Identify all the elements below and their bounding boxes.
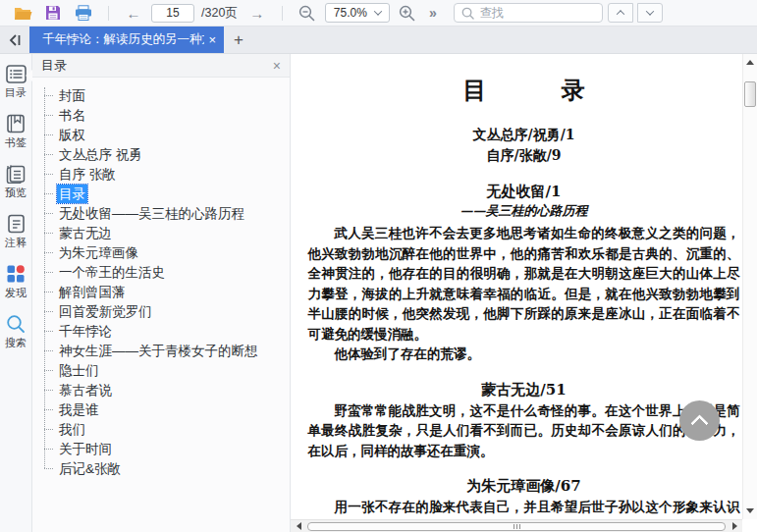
active-panel-notch xyxy=(26,70,32,81)
toc-item[interactable]: 我是谁 xyxy=(41,399,286,419)
toc-item[interactable]: 隐士们 xyxy=(41,360,286,380)
toc-item[interactable]: 为朱元璋画像 xyxy=(41,242,286,262)
thumbnails-icon xyxy=(5,164,27,184)
toc-item[interactable]: 版权 xyxy=(41,125,286,144)
search-box[interactable] xyxy=(454,3,603,23)
chevron-up-icon xyxy=(690,414,708,432)
toolbar-separator xyxy=(282,6,283,21)
toc-tree: 封面 书名 版权 文丛总序 祝勇 自序 张敞 目录 无处收留——吴三桂的心路历程… xyxy=(32,78,290,532)
toc-item[interactable]: 书名 xyxy=(41,105,286,125)
section-heading: 蒙古无边/51 xyxy=(308,381,740,399)
toc-item[interactable]: 回首爱新觉罗们 xyxy=(41,301,286,321)
search-panel-icon xyxy=(6,314,26,334)
previous-page-button[interactable]: ← xyxy=(121,2,146,24)
zoom-level-value: 75.0% xyxy=(334,6,367,20)
new-tab-button[interactable]: + xyxy=(224,27,253,53)
sidebar-item-thumbnails[interactable]: 预览 xyxy=(5,164,27,200)
print-button[interactable] xyxy=(71,2,96,24)
zoom-out-button[interactable] xyxy=(295,2,320,24)
scroll-left-button[interactable] xyxy=(294,522,303,530)
sidebar-item-contents[interactable]: 目录 xyxy=(5,65,27,100)
annotation-icon xyxy=(7,214,26,234)
document-tab[interactable]: 千年悖论：解读历史的另一种方 × xyxy=(29,27,224,53)
toc-item[interactable]: 蒙古无边 xyxy=(41,223,286,242)
section-heading: 为朱元璋画像/67 xyxy=(308,477,740,496)
sidebar-item-annotations[interactable]: 注释 xyxy=(5,214,27,250)
tab-title: 千年悖论：解读历史的另一种方 xyxy=(42,31,204,48)
section-heading: 无处收留/1 xyxy=(308,183,740,201)
thumb-grip xyxy=(514,524,514,529)
tab-close-icon[interactable]: × xyxy=(208,32,216,47)
discover-icon xyxy=(6,264,26,284)
toc-panel-title: 目录 xyxy=(41,57,67,75)
sidebar-item-label: 发现 xyxy=(5,286,27,300)
sidebar-item-search[interactable]: 搜索 xyxy=(5,314,27,350)
section-subtitle: ——吴三桂的心路历程 xyxy=(308,202,740,220)
tab-bar: 千年悖论：解读历史的另一种方 × + xyxy=(0,27,757,54)
scroll-right-button[interactable] xyxy=(730,522,739,530)
bookmark-icon xyxy=(6,114,26,133)
section-paragraph: 武人吴三桂也许不会去更多地思考诸如生命的终极意义之类的问题，他兴致勃勃地沉醉在他… xyxy=(308,223,740,344)
save-button[interactable] xyxy=(40,2,66,24)
close-icon[interactable]: × xyxy=(273,59,281,73)
search-input[interactable] xyxy=(480,6,588,20)
find-next-button[interactable] xyxy=(637,3,663,23)
scroll-down-button[interactable] xyxy=(743,505,757,517)
back-to-top-button[interactable] xyxy=(679,400,720,441)
document-viewer[interactable]: 目 录 文丛总序/祝勇/1 自序/张敞/9 无处收留/1 ——吴三桂的心路历程 … xyxy=(291,54,757,532)
page-number-input[interactable] xyxy=(151,4,194,23)
page-total-label: /320页 xyxy=(201,5,238,22)
toc-item[interactable]: 神女生涯——关于青楼女子的断想 xyxy=(41,341,286,360)
zoom-in-icon xyxy=(399,5,415,22)
section-paragraph: 野蛮常常能战胜文明，这不是什么奇怪的事。在这个世界上永远是简单最终战胜复杂，只是… xyxy=(308,400,740,461)
zoom-in-button[interactable] xyxy=(395,2,420,24)
toc-item[interactable]: 无处收留——吴三桂的心路历程 xyxy=(41,203,286,223)
vertical-scrollbar[interactable] xyxy=(742,54,757,519)
thumb-grip xyxy=(516,524,517,529)
collapse-sidebar-button[interactable] xyxy=(0,27,29,53)
sidebar-item-bookmarks[interactable]: 书签 xyxy=(5,114,27,150)
triangle-up-icon xyxy=(746,60,754,65)
sidebar-item-label: 书签 xyxy=(5,135,27,150)
toc-item[interactable]: 封面 xyxy=(41,85,286,105)
zoom-out-icon xyxy=(298,5,315,22)
sidebar-item-label: 预览 xyxy=(5,186,27,200)
next-page-button[interactable]: → xyxy=(244,2,270,24)
toc-item[interactable]: 文丛总序 祝勇 xyxy=(41,144,286,164)
find-previous-button[interactable] xyxy=(608,3,633,23)
toc-item-selected[interactable]: 目录 xyxy=(41,184,286,203)
chevron-down-icon xyxy=(374,7,382,15)
toc-item[interactable]: 解剖曾国藩 xyxy=(41,282,286,301)
open-file-button[interactable] xyxy=(10,2,35,24)
triangle-right-icon xyxy=(732,522,737,530)
document-title: 目 录 xyxy=(308,75,740,106)
arrow-right-icon: → xyxy=(249,6,264,21)
toc-panel: 目录 × 封面 书名 版权 文丛总序 祝勇 自序 张敞 目录 无处收留——吴三桂… xyxy=(32,54,291,532)
toc-item[interactable]: 千年悖论 xyxy=(41,321,286,341)
toc-item[interactable]: 慕古者说 xyxy=(41,380,286,399)
printer-icon xyxy=(75,5,92,21)
toc-section: 蒙古无边/51 野蛮常常能战胜文明，这不是什么奇怪的事。在这个世界上永远是简单最… xyxy=(308,381,740,461)
horizontal-scrollbar[interactable] xyxy=(291,519,742,532)
toc-item[interactable]: 我们 xyxy=(41,419,286,439)
scroll-up-button[interactable] xyxy=(743,56,757,69)
contents-icon xyxy=(6,65,27,83)
chevron-up-icon xyxy=(616,10,623,18)
pdf-reader-window: ← /320页 → 75.0% » xyxy=(0,0,757,532)
toc-item[interactable]: 关于时间 xyxy=(41,439,286,458)
more-tools-button[interactable]: » xyxy=(429,5,437,21)
zoom-level-select[interactable]: 75.0% xyxy=(325,3,390,23)
sidebar-item-discover[interactable]: 发现 xyxy=(5,264,27,300)
toc-item[interactable]: 后记&张敞 xyxy=(41,458,286,478)
vertical-scroll-thumb[interactable] xyxy=(744,81,756,107)
toc-item[interactable]: 一个帝王的生活史 xyxy=(41,262,286,282)
toc-panel-header: 目录 × xyxy=(32,54,290,78)
toc-section: 无处收留/1 ——吴三桂的心路历程 武人吴三桂也许不会去更多地思考诸如生命的终极… xyxy=(308,183,740,364)
horizontal-scroll-thumb[interactable] xyxy=(307,522,726,531)
folder-open-icon xyxy=(14,6,32,21)
chevron-down-icon xyxy=(645,7,653,15)
triangle-down-icon xyxy=(746,508,754,513)
toc-item[interactable]: 自序 张敞 xyxy=(41,164,286,184)
triangle-left-icon xyxy=(297,522,301,530)
main-area: 目录 书签 预览 xyxy=(0,54,757,532)
